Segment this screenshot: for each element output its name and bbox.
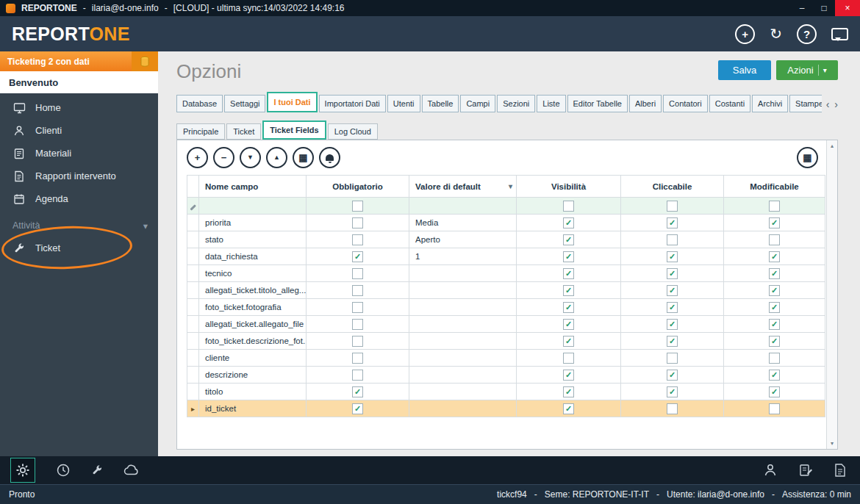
editable-checkbox[interactable]: ✓ [769,336,780,347]
filter-dropdown-icon[interactable]: ▾ [509,182,515,190]
visible-checkbox[interactable]: ✓ [563,285,574,296]
tab-contatori[interactable]: Contatori [663,95,708,112]
table-row[interactable]: cliente [187,350,825,367]
clickable-checkbox[interactable] [667,353,678,364]
visible-checkbox[interactable]: ✓ [563,217,574,228]
maximize-button[interactable]: □ [813,0,835,16]
column-header-modificabile[interactable]: Modificabile [724,176,825,198]
required-checkbox[interactable] [352,217,363,228]
tab-i-tuoi-dati[interactable]: I tuoi Dati [267,92,317,112]
help-icon[interactable]: ? [797,24,817,44]
editable-checkbox[interactable] [769,234,780,245]
required-checkbox[interactable] [352,302,363,313]
tab-importatori-dati[interactable]: Importatori Dati [319,95,386,112]
editable-checkbox[interactable]: ✓ [769,285,780,296]
save-button[interactable]: Salva [718,60,771,80]
toolbar-move-up-button[interactable]: ▲ [266,147,287,168]
filter-clickable-checkbox[interactable] [667,201,678,212]
table-row[interactable]: ▸id_ticket✓✓ [187,400,825,417]
toolbar-customize-button[interactable]: ▦ [797,147,818,168]
clickable-checkbox[interactable]: ✓ [667,302,678,313]
tab-database[interactable]: Database [176,95,223,112]
column-header-cliccabile[interactable]: Cliccabile [621,176,724,198]
clock-button[interactable] [56,463,71,478]
tab-costanti[interactable]: Costanti [709,95,750,112]
clickable-checkbox[interactable]: ✓ [667,217,678,228]
visible-checkbox[interactable] [563,353,574,364]
table-row[interactable]: descrizione✓✓✓ [187,367,825,384]
visible-checkbox[interactable]: ✓ [563,370,574,381]
clickable-checkbox[interactable] [667,234,678,245]
clickable-checkbox[interactable] [667,403,678,414]
required-checkbox[interactable] [352,234,363,245]
tab-sezioni[interactable]: Sezioni [497,95,535,112]
table-row[interactable]: statoAperto✓ [187,231,825,248]
column-header-nome-campo[interactable]: Nome campo [199,176,307,198]
editable-checkbox[interactable] [769,403,780,414]
tab-scroll-left-icon[interactable]: ‹ [826,98,830,110]
clickable-checkbox[interactable]: ✓ [667,285,678,296]
table-row[interactable]: titolo✓✓✓✓ [187,384,825,400]
toolbar-bell-button[interactable] [319,147,340,168]
table-row[interactable]: allegati_ticket.titolo_alleg...✓✓✓ [187,282,825,299]
filter-required-checkbox[interactable] [352,201,363,212]
subtab-ticket-fields[interactable]: Ticket Fields [262,120,326,140]
required-checkbox[interactable] [352,336,363,347]
visible-checkbox[interactable]: ✓ [563,403,574,414]
tab-scroll-right-icon[interactable]: › [834,98,838,110]
clickable-checkbox[interactable]: ✓ [667,251,678,262]
table-row[interactable]: foto_ticket.descrizione_fot...✓✓✓ [187,333,825,350]
sidebar-item-rapporti-intervento[interactable]: Rapporti intervento [0,165,158,187]
tab-tabelle[interactable]: Tabelle [422,95,459,112]
scroll-down-icon[interactable]: ▾ [831,440,834,447]
editable-checkbox[interactable]: ✓ [769,217,780,228]
tab-archivi[interactable]: Archivi [752,95,788,112]
sidebar-item-benvenuto[interactable]: Benvenuto [0,71,158,93]
visible-checkbox[interactable]: ✓ [563,386,574,397]
toolbar-move-down-button[interactable]: ▼ [240,147,261,168]
subtab-principale[interactable]: Principale [176,123,225,140]
table-row[interactable]: foto_ticket.fotografia✓✓✓ [187,299,825,316]
required-checkbox[interactable]: ✓ [352,386,363,397]
editable-checkbox[interactable]: ✓ [769,268,780,279]
filter-row[interactable] [187,198,825,215]
table-row[interactable]: data_richiesta✓1✓✓✓ [187,248,825,265]
visible-checkbox[interactable]: ✓ [563,268,574,279]
toolbar-grid-button[interactable]: ▦ [293,147,314,168]
user-button[interactable] [763,463,778,478]
visible-checkbox[interactable]: ✓ [563,302,574,313]
editable-checkbox[interactable]: ✓ [769,319,780,330]
wrench-button[interactable] [91,464,103,476]
tab-settaggi[interactable]: Settaggi [224,95,265,112]
required-checkbox[interactable] [352,370,363,381]
vertical-scrollbar[interactable]: ▴ ▾ [826,140,837,449]
scroll-up-icon[interactable]: ▴ [831,143,834,149]
toolbar-remove-button[interactable]: − [213,147,234,168]
tab-alberi[interactable]: Alberi [629,95,662,112]
sidebar-section-attivita[interactable]: Attività ▾ [0,217,158,234]
table-row[interactable]: tecnico✓✓✓ [187,265,825,282]
tab-stampe[interactable]: Stampe [789,95,822,112]
column-header-valore-di-default[interactable]: Valore di default▾ [409,176,517,198]
visible-checkbox[interactable]: ✓ [563,319,574,330]
document-button[interactable] [834,463,847,478]
subtab-log-cloud[interactable]: Log Cloud [328,123,378,140]
clickable-checkbox[interactable]: ✓ [667,386,678,397]
tab-editor-tabelle[interactable]: Editor Tabelle [567,95,628,112]
subtab-ticket[interactable]: Ticket [226,123,261,140]
required-checkbox[interactable]: ✓ [352,251,363,262]
toolbar-add-button[interactable]: + [187,147,208,168]
filter-default-cell[interactable] [409,198,517,215]
tab-campi[interactable]: Campi [460,95,495,112]
clickable-checkbox[interactable]: ✓ [667,268,678,279]
solution-banner[interactable]: Ticketing 2 con dati [0,51,158,71]
editable-checkbox[interactable]: ✓ [769,302,780,313]
filter-name-cell[interactable] [199,198,307,215]
table-row[interactable]: prioritaMedia✓✓✓ [187,215,825,231]
column-header-visibilit[interactable]: Visibilità [517,176,621,198]
required-checkbox[interactable]: ✓ [352,403,363,414]
sidebar-item-clienti[interactable]: Clienti [0,119,158,142]
edit-button[interactable] [798,463,813,478]
required-checkbox[interactable] [352,353,363,364]
add-circle-icon[interactable]: + [735,24,755,44]
